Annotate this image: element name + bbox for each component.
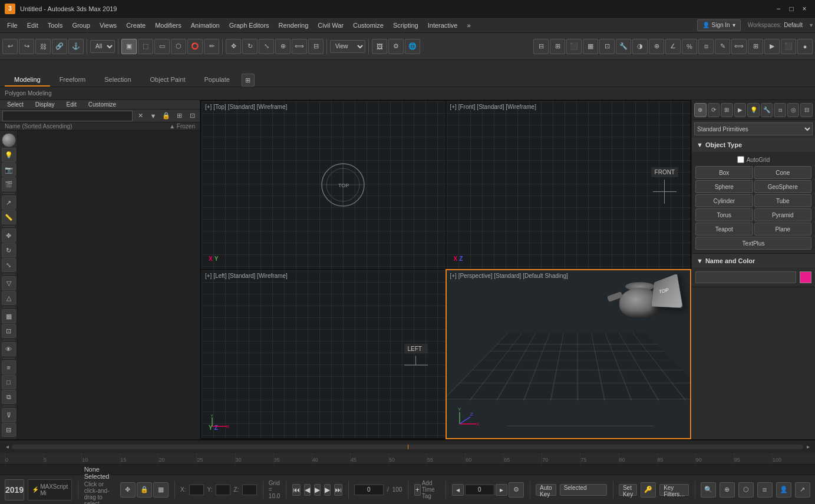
- tab-populate[interactable]: Populate: [194, 74, 239, 87]
- tb-camera-icon[interactable]: 📷: [2, 163, 16, 177]
- render-frame-button[interactable]: 🖼: [372, 39, 387, 54]
- sphere-button[interactable]: Sphere: [695, 180, 753, 193]
- status-grid-icon[interactable]: ▦: [153, 482, 169, 498]
- scene-icon-btn1[interactable]: ⊞: [174, 111, 184, 121]
- menu-edit[interactable]: Edit: [22, 20, 43, 31]
- menu-scripting[interactable]: Scripting: [388, 20, 423, 31]
- tab-freeform[interactable]: Freeform: [50, 74, 95, 87]
- tab-more-button[interactable]: ⊞: [242, 74, 255, 87]
- quick-render[interactable]: ⬛: [781, 39, 796, 54]
- opengl-toggle[interactable]: ●: [797, 39, 813, 54]
- extra-panel-icon[interactable]: ⊟: [800, 103, 813, 117]
- timeline-track[interactable]: [12, 445, 803, 449]
- time-right-btn[interactable]: ▸: [496, 484, 507, 496]
- menu-tools[interactable]: Tools: [43, 20, 68, 31]
- tb-camera2-icon[interactable]: ⊟: [2, 423, 16, 437]
- tb-triangle-icon[interactable]: △: [2, 291, 16, 305]
- mirror-tool[interactable]: ⟺: [731, 39, 747, 54]
- menu-animation[interactable]: Animation: [186, 20, 225, 31]
- menu-rendering[interactable]: Rendering: [274, 20, 314, 31]
- select-button[interactable]: ▣: [121, 39, 137, 54]
- close-button[interactable]: ×: [798, 3, 810, 15]
- cylinder-button[interactable]: Cylinder: [695, 194, 753, 207]
- torus-button[interactable]: Torus: [695, 208, 753, 221]
- search-btn[interactable]: 🔍: [701, 482, 716, 498]
- goto-start-btn[interactable]: ⏮: [292, 484, 301, 496]
- z-value[interactable]: [242, 485, 256, 495]
- spinner-snap[interactable]: ⧈: [698, 39, 714, 54]
- tb-eye-icon[interactable]: 👁: [2, 342, 16, 356]
- hierarchy-panel-icon[interactable]: ⊞: [721, 103, 733, 117]
- maxscript-btn[interactable]: ⚡ MAXScript Mi: [28, 479, 72, 500]
- time-value-input[interactable]: [465, 485, 494, 495]
- tb-scale-icon[interactable]: ⤡: [2, 258, 16, 272]
- set-key-button[interactable]: Set Key: [619, 484, 637, 496]
- snap-toggle[interactable]: ⊕: [649, 39, 664, 54]
- timeline-left-arrow[interactable]: ◂: [2, 442, 12, 452]
- current-frame-input[interactable]: [354, 485, 384, 495]
- edit-named-sel[interactable]: ✎: [715, 39, 730, 54]
- render-prev[interactable]: ▶: [764, 39, 780, 54]
- filter-dropdown[interactable]: All: [90, 40, 115, 53]
- menu-modifiers[interactable]: Modifiers: [150, 20, 186, 31]
- toggle-viewport[interactable]: ◑: [632, 39, 648, 54]
- tb-rotate-icon[interactable]: ↻: [2, 243, 16, 257]
- select-region-button[interactable]: ⬚: [138, 39, 153, 54]
- menu-file[interactable]: File: [2, 20, 22, 31]
- extra-btn-4[interactable]: 👤: [776, 482, 791, 498]
- textplus-button[interactable]: TextPlus: [695, 237, 811, 250]
- angle-snap[interactable]: ∠: [665, 39, 681, 54]
- goto-end-btn[interactable]: ⏭: [334, 484, 342, 496]
- prev-frame-btn[interactable]: ◀: [304, 484, 311, 496]
- extra-btn-2[interactable]: ⬡: [738, 482, 754, 498]
- plane-button[interactable]: Plane: [754, 223, 812, 236]
- scene-select-btn[interactable]: Select: [2, 100, 28, 109]
- viewport-layout-5[interactable]: ⊡: [599, 39, 615, 54]
- fence-select-button[interactable]: ⬡: [171, 39, 186, 54]
- extra-btn-5[interactable]: ↗: [795, 482, 810, 498]
- scene-search-input[interactable]: [2, 111, 133, 121]
- create-panel-icon[interactable]: ⊕: [694, 103, 707, 117]
- auto-key-button[interactable]: Auto Key: [536, 484, 556, 496]
- tab-modeling[interactable]: Modeling: [5, 74, 50, 87]
- unlink-button[interactable]: 🔗: [52, 39, 67, 54]
- menu-customize[interactable]: Customize: [348, 20, 388, 31]
- tb-filter-icon[interactable]: ▽: [2, 276, 16, 290]
- render-setup-button[interactable]: ⚙: [388, 39, 404, 54]
- maximize-button[interactable]: □: [786, 3, 797, 15]
- geosphere-button[interactable]: GeoSphere: [754, 180, 812, 193]
- menu-group[interactable]: Group: [67, 20, 95, 31]
- array-tool[interactable]: ⊞: [748, 39, 763, 54]
- workspace-dropdown-arrow[interactable]: ▾: [810, 22, 813, 28]
- tb-light-icon[interactable]: 💡: [2, 148, 16, 162]
- cone-button[interactable]: Cone: [754, 166, 812, 179]
- status-move-icon[interactable]: ✥: [120, 482, 136, 498]
- tb-sphere-icon[interactable]: [2, 133, 16, 147]
- utility-panel-icon[interactable]: 🔧: [761, 103, 773, 117]
- key-filters-button[interactable]: Key Filters...: [659, 484, 689, 496]
- autogrid-checkbox[interactable]: [737, 156, 744, 163]
- time-settings-btn[interactable]: ⚙: [509, 482, 524, 498]
- scene-customize-btn[interactable]: Customize: [84, 100, 121, 109]
- menu-interactive[interactable]: Interactive: [423, 20, 463, 31]
- view-dropdown[interactable]: View: [330, 40, 365, 53]
- tb-film-icon[interactable]: 🎬: [2, 177, 16, 191]
- tab-selection[interactable]: Selection: [95, 74, 140, 87]
- tb-list-icon[interactable]: ≡: [2, 360, 16, 374]
- extra-btn-1[interactable]: ⊕: [720, 482, 735, 498]
- timeline-right-arrow[interactable]: ▸: [803, 442, 813, 452]
- scene-clear-btn[interactable]: ✕: [135, 111, 146, 121]
- scene-icon-btn2[interactable]: ⊡: [187, 111, 197, 121]
- link-button[interactable]: ⛓: [35, 39, 51, 54]
- assets-panel-icon[interactable]: ⧈: [774, 103, 786, 117]
- tab-object-paint[interactable]: Object Paint: [141, 74, 195, 87]
- menu-civil-war[interactable]: Civil War: [313, 20, 348, 31]
- name-color-header[interactable]: ▼ Name and Color: [692, 254, 815, 268]
- selected-dropdown[interactable]: Selected: [560, 484, 607, 496]
- environment-button[interactable]: 🌐: [405, 39, 420, 54]
- key-icon-btn[interactable]: 🔑: [641, 482, 656, 498]
- primitives-dropdown[interactable]: Standard Primitives: [694, 122, 813, 135]
- tb-grid-icon[interactable]: ▦: [2, 309, 16, 323]
- next-frame-btn[interactable]: ▶: [324, 484, 331, 496]
- percent-snap[interactable]: %: [682, 39, 697, 54]
